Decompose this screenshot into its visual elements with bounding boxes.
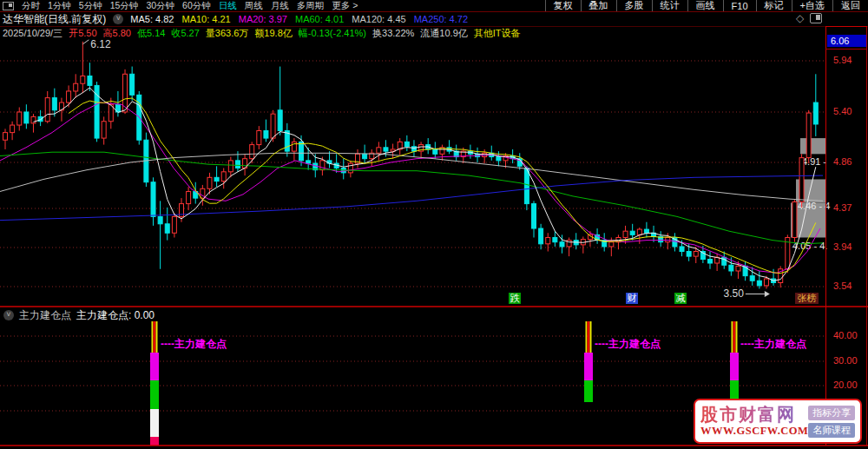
quote-field-6: 额19.8亿 — [254, 27, 292, 40]
period-tab-0[interactable]: 分时 — [22, 0, 40, 11]
quote-field-1: 开5.50 — [69, 27, 96, 40]
toolbar-buttons: 复权叠加多股统计画线F10标记+自选返回 — [545, 0, 868, 11]
axis-label-4: 3.94 — [833, 241, 852, 252]
watermark-url: WWW.GSCFW.COM — [700, 425, 808, 438]
period-tab-10[interactable]: 更多 > — [332, 0, 358, 11]
indicator-value: 主力建仓点: 0.00 — [76, 308, 155, 323]
zone-label-0: 4.91 - — [802, 156, 826, 167]
quote-row: 2025/10/29/三开5.50高5.80低5.14收5.27量363.6万额… — [3, 27, 521, 40]
watermark-title: 股市财富网 — [700, 405, 808, 425]
quote-field-4: 收5.27 — [171, 27, 199, 40]
toolbar-button-4[interactable]: 画线 — [687, 0, 723, 11]
toolbar-button-0[interactable]: 复权 — [545, 0, 581, 11]
quote-field-0: 2025/10/29/三 — [3, 27, 62, 40]
period-tabs: 分时1分钟5分钟15分钟30分钟60分钟日线周线月线多周期更多 > — [0, 0, 358, 11]
watermark-text: 股市财富网 WWW.GSCFW.COM — [700, 405, 808, 438]
price-axis: 6.065.945.404.864.373.943.5440.0030.0020… — [826, 26, 867, 446]
ma-line-MA60 — [0, 152, 823, 244]
low-annotation: 3.50 — [723, 287, 744, 300]
toolbar-button-2[interactable]: 多股 — [616, 0, 652, 11]
quote-field-3: 低5.14 — [137, 27, 165, 40]
period-tab-9[interactable]: 多周期 — [297, 0, 325, 11]
axis-label-0: 5.94 — [833, 55, 852, 65]
ma-line-MA250 — [0, 175, 823, 221]
toolbar-button-3[interactable]: 统计 — [652, 0, 687, 11]
period-tab-7[interactable]: 周线 — [245, 0, 263, 11]
ma-line-MA10 — [69, 98, 816, 274]
toolbar: 分时1分钟5分钟15分钟30分钟60分钟日线周线月线多周期更多 > 复权叠加多股… — [0, 0, 868, 11]
diamond-icon[interactable]: ◇ — [796, 13, 804, 23]
axis-label-5: 3.54 — [833, 281, 852, 291]
axis-label-1: 5.40 — [833, 106, 852, 116]
ma-lines — [0, 88, 823, 281]
toolbar-button-1[interactable]: 叠加 — [581, 0, 616, 11]
signal-bar-label-0: ----主力建仓点 — [161, 338, 227, 350]
quote-field-8: 换33.22% — [372, 27, 414, 40]
axis-label-8: 20.00 — [833, 380, 858, 390]
indicator-chevron-icon[interactable]: ˅ — [3, 310, 14, 320]
indicator-header: ˅ 主力建仓点 主力建仓点: 0.00 — [3, 309, 155, 321]
axis-label-3: 4.37 — [833, 202, 852, 213]
period-tab-1[interactable]: 1分钟 — [48, 0, 71, 11]
period-tab-2[interactable]: 5分钟 — [79, 0, 102, 11]
svg-text:跌: 跌 — [510, 293, 521, 303]
stock-title: 达华智能(日线.前复权) — [3, 12, 106, 27]
ma-legend-item-3: MA60: 4.01 — [295, 14, 344, 24]
quote-field-9: 流通10.9亿 — [420, 27, 467, 40]
quote-field-7: 幅-0.13(-2.41%) — [299, 27, 366, 40]
app-window: 4.91 -4.46 - 44.05 - 4.6.123.50跌财减张榜----… — [0, 0, 868, 449]
candlesticks — [3, 42, 819, 289]
annotations: 6.123.50 — [82, 38, 770, 300]
main-gridlines — [0, 61, 825, 411]
watermark-badge-1: 指标分享 — [808, 406, 855, 420]
axis-label-6: 40.00 — [833, 330, 858, 340]
ma-legend-item-2: MA20: 3.97 — [239, 14, 287, 24]
ma-legend: MA5: 4.82MA10: 4.21MA20: 3.97MA60: 4.01M… — [130, 14, 468, 24]
chart-widget-icons: ◇ — [796, 13, 822, 23]
indicator-title: 主力建仓点 — [19, 308, 71, 323]
svg-text:张榜: 张榜 — [798, 293, 817, 303]
layout-icon[interactable] — [3, 2, 14, 10]
stock-info-row: 达华智能(日线.前复权) ˅ MA5: 4.82MA10: 4.21MA20: … — [3, 12, 468, 26]
event-badges: 跌财减张榜 — [509, 293, 819, 304]
svg-text:财: 财 — [628, 293, 637, 303]
toolbar-button-6[interactable]: 标记 — [756, 0, 792, 11]
svg-text:减: 减 — [676, 293, 686, 303]
watermark-badge-2: 名师课程 — [808, 423, 855, 438]
period-tab-3[interactable]: 15分钟 — [110, 0, 139, 11]
quote-field-2: 高5.80 — [103, 27, 131, 40]
toolbar-button-8[interactable]: 返回 — [832, 0, 868, 11]
axis-high-price: 6.06 — [827, 35, 866, 47]
period-tab-5[interactable]: 60分钟 — [182, 0, 211, 11]
window-icon[interactable] — [810, 13, 822, 23]
quote-field-5: 量363.6万 — [206, 27, 249, 40]
ma-legend-item-5: MA250: 4.72 — [414, 14, 468, 24]
watermark: 股市财富网 WWW.GSCFW.COM 指标分享 名师课程 — [694, 399, 862, 444]
ma-legend-item-4: MA120: 4.45 — [352, 14, 405, 24]
quote-field-10: 其他IT设备 — [474, 27, 521, 40]
axis-label-2: 4.86 — [833, 156, 852, 167]
signal-bar-label-1: ----主力建仓点 — [595, 338, 661, 350]
toolbar-button-5[interactable]: F10 — [723, 0, 756, 11]
period-tab-8[interactable]: 月线 — [271, 0, 289, 11]
ma-legend-item-0: MA5: 4.82 — [130, 14, 174, 24]
ma-legend-item-1: MA10: 4.21 — [181, 14, 230, 24]
toolbar-button-7[interactable]: +自选 — [792, 0, 832, 11]
watermark-badges: 指标分享 名师课程 — [808, 406, 855, 438]
axis-label-7: 30.00 — [833, 355, 858, 366]
period-tab-4[interactable]: 30分钟 — [146, 0, 174, 11]
signal-bar-label-2: ----主力建仓点 — [740, 338, 806, 350]
period-tab-6[interactable]: 日线 — [219, 0, 237, 11]
chevron-down-icon[interactable]: ˅ — [113, 14, 123, 24]
chart-canvas[interactable]: 4.91 -4.46 - 44.05 - 4.6.123.50跌财减张榜----… — [0, 0, 868, 449]
